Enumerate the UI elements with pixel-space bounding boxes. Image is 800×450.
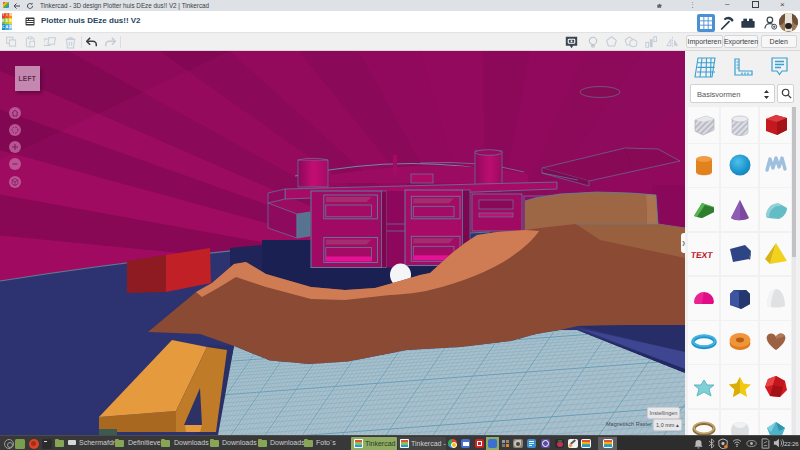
svg-text:TEXT: TEXT bbox=[690, 250, 714, 260]
